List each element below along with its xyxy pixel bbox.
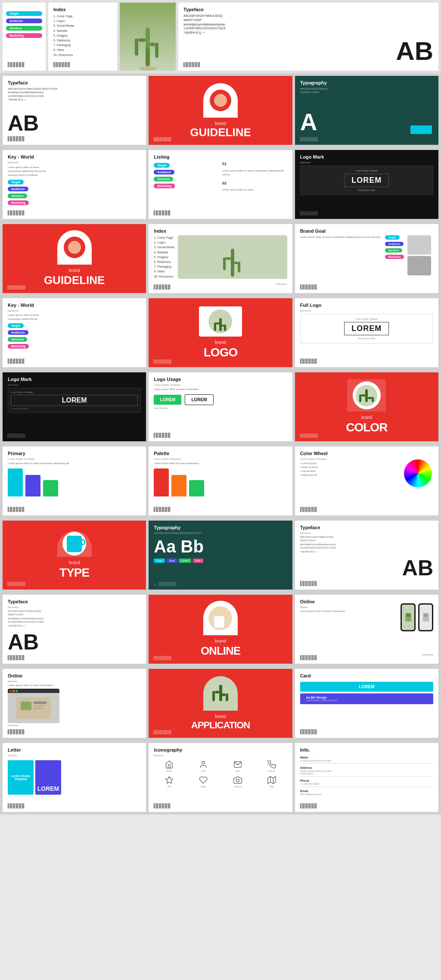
online-mobile-card: Online Mobile Lorem ipsum dolor sit amet…	[295, 595, 438, 664]
info-value-3: +1 234 567 8900	[300, 783, 433, 787]
icon-item-5: Star	[154, 776, 184, 788]
primary-subtitle: Lorem Studio Template	[8, 458, 141, 460]
color-wheel-card: Color Wheel Lorem Studio Template • Lore…	[295, 446, 438, 515]
kw2-p2: Audience	[8, 330, 28, 335]
website-content	[8, 693, 59, 723]
heart-icon	[199, 776, 208, 784]
pill-audience: Audience	[6, 19, 42, 23]
user-icon	[199, 760, 208, 769]
typeface-label-1: Typeface	[8, 80, 141, 85]
listing-content: Target Audience Services Marketing 01 Lo…	[154, 161, 287, 192]
brand-lbl-2: brand	[69, 268, 80, 273]
elements-lmd: Elements	[8, 384, 141, 386]
svg-rect-37	[226, 693, 228, 701]
plant-circle	[208, 309, 232, 333]
bc-online-red	[154, 656, 171, 660]
kw-pill-marketing: Marketing	[8, 200, 29, 205]
icon-item-8: Map	[256, 776, 287, 788]
tf-right-chars: ABCDEFGHZXYNMLKJDSQWERTYUIOPabcdefghzxyn…	[300, 535, 433, 553]
typeface-bottom-card: Typeface Elements ABCDEFGHZXYNMLKJDSQWER…	[3, 595, 146, 664]
face-2	[68, 241, 81, 254]
elements-icon: Element	[154, 754, 287, 757]
website-preview	[8, 689, 59, 723]
info-card: Info. Name Lorem ipsum dolor sit amet Ad…	[295, 743, 438, 812]
bar-red	[154, 468, 169, 496]
bc-bg2	[8, 285, 25, 290]
grid-row-6: Primary Lorem Studio Template Lorem ipsu…	[0, 444, 441, 518]
ab-big-bottom: AB	[8, 631, 39, 653]
letter-title: Letter	[8, 747, 141, 752]
svg-rect-19	[359, 394, 361, 402]
elements-lm: Elements	[300, 161, 433, 164]
mail-icon	[233, 760, 242, 769]
bc-kw	[8, 210, 25, 215]
icon-label-5: Star	[167, 785, 171, 788]
full-logo-card: Full Logo Elements Lorem Studio Template…	[295, 298, 438, 367]
svg-rect-34	[219, 685, 222, 701]
palette-desc: Lorem ipsum dolor sit amet consectetur	[154, 462, 287, 465]
icon-item-4: Phone	[256, 760, 287, 772]
ow-desc: Lorem ipsum dolor sit amet consectetur	[8, 684, 141, 687]
listing-pills: Target Audience Services Marketing	[154, 163, 219, 189]
page-wrapper: Target Audience Services Marketing Index…	[0, 0, 441, 815]
cactus-visual	[120, 3, 176, 71]
pill-marketing: Marketing	[6, 33, 42, 38]
top-card-cactus	[120, 3, 176, 71]
person-circle-2	[64, 237, 85, 258]
lst-pill-2: Audience	[154, 170, 174, 175]
online-txt: ONLINE	[201, 644, 240, 658]
palette-title: Palette	[154, 451, 287, 456]
brand-goal-card: Brand Goal Lorem ipsum dolor sit amet co…	[295, 224, 438, 293]
top-card-pills: Target Audience Services Marketing	[3, 3, 46, 71]
bg-pill-3: Services	[385, 248, 403, 253]
typeface-chars-1: ABCDEFGHZXYNMLKJDSQ WERTYUIOPabcdefghzxy…	[8, 87, 141, 102]
logo-mark-dark-card: Logo Mark Elements Lorem Studio Template…	[3, 372, 146, 441]
icon-item-1: Home	[154, 760, 184, 772]
svg-rect-38	[220, 693, 226, 696]
brand-online-red-card: brand ONLINE	[149, 595, 292, 664]
arch-2	[57, 230, 92, 265]
bc-type-red	[8, 582, 25, 586]
kw-desc: Lorem ipsum dolor sit ametconsectetur ad…	[8, 165, 141, 177]
primary-bars	[8, 468, 141, 496]
typography-label-1: Typography	[300, 80, 433, 85]
letter-card-cyan: Lorem Studio Template	[8, 760, 34, 795]
svg-rect-6	[150, 43, 155, 46]
lst-pill-1: Target	[154, 163, 170, 168]
brand-lbl-type: brand	[69, 560, 80, 565]
bc-ow	[8, 729, 25, 734]
top-banner-row: Target Audience Services Marketing Index…	[0, 0, 441, 73]
typeface-card-left: Typeface ABCDEFGHZXYNMLKJDSQ WERTYUIOPab…	[3, 76, 146, 145]
tag-green: Green	[179, 559, 191, 563]
brand-goal-photo	[407, 235, 433, 275]
info-value-4: lorem@ipsum.com	[300, 793, 433, 796]
elements-label-kw: Elements	[8, 161, 141, 164]
logo-mark-box: Lorem Studio Template LOREM lorem ipsum …	[300, 165, 433, 195]
lu-logo-title: Logo Title Here	[154, 407, 287, 409]
barcode-teal-1	[300, 137, 317, 141]
kw-pill-audience: Audience	[8, 187, 28, 191]
bc-logo-red	[154, 359, 171, 364]
brand-lbl-color: brand	[361, 415, 373, 420]
tag-cyan: Cyan	[154, 559, 165, 563]
tf-bottom-chars: ABCDEFGHZXYNMLKJDSQWERTYUIOPabcdefghzxyn…	[8, 609, 141, 627]
letter-studio-text: Lorem Studio Template	[8, 774, 34, 780]
cw-visual	[404, 459, 432, 487]
lmd-lorem-studio: Lorem Studio Template	[11, 391, 138, 393]
letter-lorem-txt: LOREM	[37, 785, 59, 792]
guideline-txt-2: GUIDELINE	[44, 274, 105, 287]
plant-svg	[212, 314, 229, 333]
info-label-3: Phone	[300, 779, 433, 782]
kw-pill-services: Services	[8, 194, 27, 198]
elements-ow: Elements	[8, 724, 141, 727]
person-circle	[210, 90, 231, 111]
ab-big-right: AB	[402, 557, 433, 579]
info-item-2: Address Lorem ipsum dolor sit ametconsec…	[300, 766, 433, 777]
index-list: 1. Cover Page2. Logos3. Social Media4. W…	[53, 14, 112, 57]
svg-rect-32	[34, 705, 44, 706]
bc-info	[300, 803, 317, 808]
card-desc-blue: Lorem ipsum dolor sit amet	[306, 699, 427, 702]
svg-point-42	[236, 779, 239, 782]
barcode-3	[183, 62, 201, 67]
bg-pill-2: Audience	[385, 242, 404, 246]
